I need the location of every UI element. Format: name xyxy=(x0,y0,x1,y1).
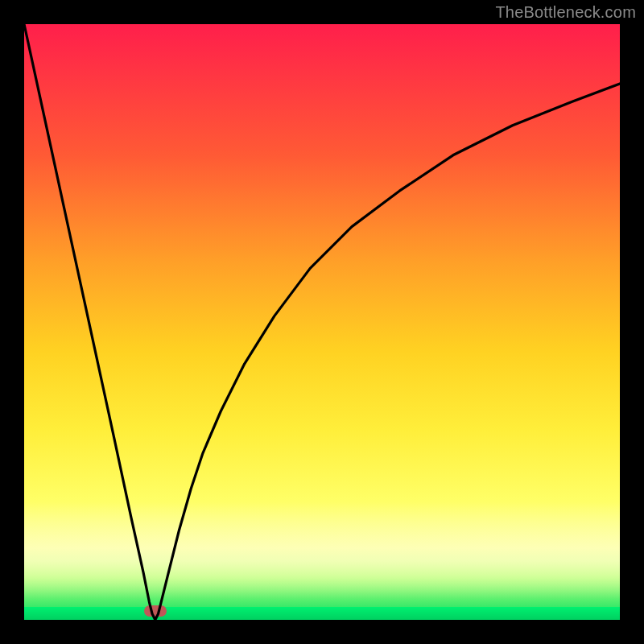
bottleneck-marker xyxy=(144,605,167,617)
curve-svg xyxy=(24,24,620,620)
plot-area xyxy=(24,24,620,620)
curve-line xyxy=(24,24,620,620)
green-baseline-band xyxy=(24,607,620,620)
watermark-text: TheBottleneck.com xyxy=(495,3,636,22)
light-haze-band xyxy=(24,502,620,599)
chart-frame: TheBottleneck.com xyxy=(0,0,644,644)
